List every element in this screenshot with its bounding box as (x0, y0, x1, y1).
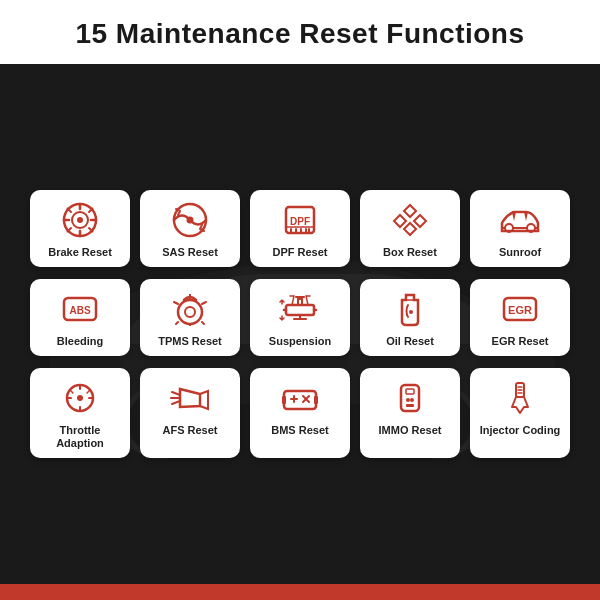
svg-text:DPF: DPF (290, 215, 310, 226)
svg-point-54 (410, 398, 414, 402)
brake-reset-label: Brake Reset (48, 246, 112, 259)
injector-coding-card: Injector Coding (470, 368, 570, 458)
svg-rect-33 (286, 305, 314, 315)
brake-reset-card: Brake Reset (30, 190, 130, 267)
injector-icon (495, 378, 545, 418)
bleeding-card: ABS Bleeding (30, 279, 130, 356)
bms-icon (275, 378, 325, 418)
svg-rect-55 (406, 404, 414, 407)
row-2: ABS Bleeding (30, 279, 570, 356)
box-reset-card: Box Reset (360, 190, 460, 267)
injector-coding-label: Injector Coding (480, 424, 561, 437)
egr-reset-label: EGR Reset (492, 335, 549, 348)
svg-point-27 (178, 300, 202, 324)
immo-reset-label: IMMO Reset (379, 424, 442, 437)
tpms-icon (165, 289, 215, 329)
svg-rect-45 (314, 396, 318, 404)
immo-reset-card: IMMO Reset (360, 368, 460, 458)
bms-reset-card: BMS Reset (250, 368, 350, 458)
afs-reset-label: AFS Reset (162, 424, 217, 437)
svg-line-40 (87, 390, 90, 393)
bms-reset-label: BMS Reset (271, 424, 328, 437)
sunroof-label: Sunroof (499, 246, 541, 259)
svg-point-8 (77, 217, 83, 223)
header: 15 Maintenance Reset Functions (0, 0, 600, 64)
suspension-label: Suspension (269, 335, 331, 348)
oil-reset-card: Oil Reset (360, 279, 460, 356)
svg-text:ABS: ABS (69, 304, 90, 315)
page-title: 15 Maintenance Reset Functions (10, 18, 590, 50)
svg-rect-52 (406, 389, 414, 394)
svg-point-38 (77, 395, 83, 401)
brake-icon (55, 200, 105, 240)
svg-point-34 (409, 310, 413, 314)
box-reset-label: Box Reset (383, 246, 437, 259)
dpf-reset-label: DPF Reset (272, 246, 327, 259)
svg-rect-46 (282, 396, 286, 404)
afs-icon (165, 378, 215, 418)
tpms-reset-label: TPMS Reset (158, 335, 222, 348)
main-content: Brake Reset SAS Reset (0, 64, 600, 584)
tpms-reset-card: TPMS Reset (140, 279, 240, 356)
svg-line-32 (202, 322, 204, 324)
box-reset-icon (385, 200, 435, 240)
sunroof-icon (495, 200, 545, 240)
oil-icon (385, 289, 435, 329)
svg-point-53 (406, 398, 410, 402)
oil-reset-label: Oil Reset (386, 335, 434, 348)
sas-reset-label: SAS Reset (162, 246, 218, 259)
dpf-icon: DPF (275, 200, 325, 240)
throttle-icon (55, 378, 105, 418)
svg-rect-44 (284, 391, 316, 409)
row-3: Throttle Adaption AFS Reset (30, 368, 570, 458)
bleeding-icon: ABS (55, 289, 105, 329)
bleeding-label: Bleeding (57, 335, 103, 348)
immo-icon (385, 378, 435, 418)
throttle-adaption-label: Throttle Adaption (36, 424, 124, 450)
svg-rect-19 (512, 211, 528, 212)
sas-reset-card: SAS Reset (140, 190, 240, 267)
dpf-reset-card: DPF DPF Reset (250, 190, 350, 267)
throttle-adaption-card: Throttle Adaption (30, 368, 130, 458)
suspension-card: Suspension (250, 279, 350, 356)
suspension-icon (275, 289, 325, 329)
sas-icon (165, 200, 215, 240)
row-1: Brake Reset SAS Reset (30, 190, 570, 267)
svg-point-28 (185, 307, 195, 317)
sunroof-card: Sunroof (470, 190, 570, 267)
egr-icon: EGR (495, 289, 545, 329)
afs-reset-card: AFS Reset (140, 368, 240, 458)
egr-reset-card: EGR EGR Reset (470, 279, 570, 356)
svg-line-39 (70, 390, 73, 393)
functions-grid: Brake Reset SAS Reset (0, 64, 600, 584)
svg-line-31 (176, 322, 178, 324)
svg-text:EGR: EGR (508, 304, 532, 316)
